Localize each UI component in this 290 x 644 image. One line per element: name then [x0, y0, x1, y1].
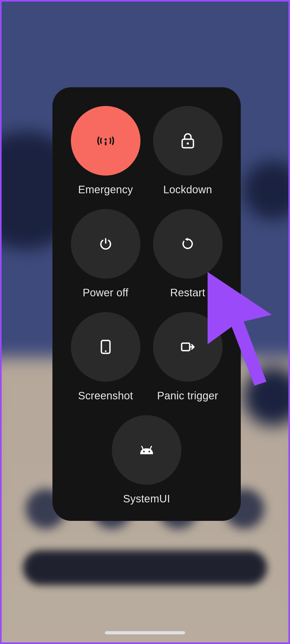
search-bar-blurred	[23, 550, 267, 585]
emergency-button[interactable]: Emergency	[66, 106, 145, 196]
svg-point-5	[105, 350, 106, 352]
lock-icon	[181, 133, 195, 149]
lockdown-label: Lockdown	[163, 184, 212, 196]
svg-point-0	[105, 138, 107, 141]
power-menu-panel: Emergency Lockdown	[52, 87, 241, 521]
svg-point-10	[148, 451, 150, 452]
svg-rect-7	[141, 446, 144, 449]
panic-trigger-label: Panic trigger	[157, 390, 218, 402]
systemui-label: SystemUI	[123, 493, 170, 505]
panic-trigger-button[interactable]: Panic trigger	[148, 312, 227, 402]
emergency-icon	[96, 131, 115, 150]
panic-trigger-circle	[153, 312, 223, 382]
panic-icon	[181, 340, 195, 353]
power-off-label: Power off	[83, 287, 128, 299]
restart-icon	[181, 237, 194, 251]
svg-rect-6	[182, 343, 190, 351]
gesture-nav-bar[interactable]	[105, 631, 185, 634]
restart-button[interactable]: Restart	[148, 209, 227, 299]
power-off-button[interactable]: Power off	[66, 209, 145, 299]
restart-circle	[153, 209, 223, 279]
screenshot-circle	[71, 312, 140, 382]
lockdown-circle	[153, 106, 223, 176]
svg-rect-1	[105, 142, 106, 145]
android-icon	[139, 445, 154, 455]
systemui-circle	[112, 415, 181, 485]
screenshot-label: Screenshot	[78, 390, 133, 402]
systemui-button[interactable]: SystemUI	[66, 415, 227, 505]
lockdown-button[interactable]: Lockdown	[148, 106, 227, 196]
svg-point-9	[143, 451, 145, 452]
emergency-label: Emergency	[78, 184, 133, 196]
power-icon	[99, 237, 112, 251]
emergency-circle	[71, 106, 140, 176]
svg-rect-8	[150, 446, 152, 449]
screenshot-button[interactable]: Screenshot	[66, 312, 145, 402]
screenshot-icon	[100, 339, 111, 354]
power-off-circle	[71, 209, 140, 279]
restart-label: Restart	[170, 287, 205, 299]
svg-point-3	[187, 142, 189, 145]
